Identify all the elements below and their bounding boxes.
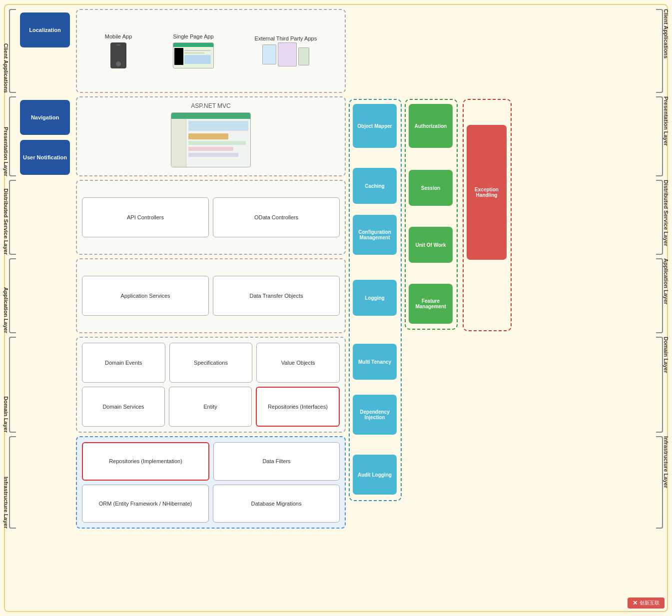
aspnet-screenshot xyxy=(171,112,251,167)
spa-label: Single Page App xyxy=(173,33,213,39)
bracket-presentation-right xyxy=(656,96,663,176)
svg-rect-5 xyxy=(188,133,228,139)
bracket-presentation-left xyxy=(9,96,16,176)
bracket-client-left xyxy=(9,9,16,93)
label-client-apps-left: Client Applications xyxy=(3,9,9,93)
orm-box: ORM (Entity Framework / NHibernate) xyxy=(82,485,209,523)
label-presentation-right: Presentation Layer xyxy=(663,96,669,176)
client-apps-container: Mobile App Single Page App xyxy=(76,9,346,93)
exception-handling-box[interactable]: Exception Handling xyxy=(467,125,507,260)
domain-container: Domain Events Specifications Value Objec… xyxy=(76,337,346,433)
svg-rect-3 xyxy=(184,55,211,64)
bracket-application-right xyxy=(656,258,663,333)
svg-rect-0 xyxy=(174,48,183,65)
app-services-box: Application Services xyxy=(82,276,209,316)
db-migrations-box: Database Migrations xyxy=(213,485,340,523)
unit-of-work-box[interactable]: Unit Of Work xyxy=(409,227,453,263)
ext-apps-item: External Third Party Apps xyxy=(255,35,317,66)
multi-tenancy-box[interactable]: Multi Tenancy xyxy=(353,344,397,380)
ext-apps-icon xyxy=(262,44,309,66)
watermark-text: 创新互联 xyxy=(640,600,660,607)
label-domain-left: Domain Layer xyxy=(3,337,9,433)
entity-box: Entity xyxy=(169,387,252,427)
svg-rect-8 xyxy=(188,153,238,157)
value-objects-box: Value Objects xyxy=(256,343,340,383)
ext-apps-label: External Third Party Apps xyxy=(255,35,317,41)
bracket-infra-left xyxy=(9,436,16,529)
bracket-client-right xyxy=(656,9,663,93)
object-mapper-box[interactable]: Object Mapper xyxy=(353,104,397,148)
presentation-container: ASP.NET MVC xyxy=(76,96,346,176)
label-distributed-right: Distributed Service Layer xyxy=(663,180,669,255)
audit-logging-box[interactable]: Audit Logging xyxy=(353,455,397,495)
label-domain-right: Domain Layer xyxy=(663,337,669,433)
authorization-box[interactable]: Authorization xyxy=(409,104,453,148)
label-application-right: Application Layer xyxy=(663,258,669,333)
infra-container: Repositories (Implementation) Data Filte… xyxy=(76,436,346,529)
logging-box[interactable]: Logging xyxy=(353,280,397,316)
svg-rect-4 xyxy=(188,121,248,131)
navigation-box[interactable]: Navigation xyxy=(20,100,70,135)
spa-icon xyxy=(173,42,214,68)
spa-item: Single Page App xyxy=(173,33,214,68)
odata-controllers-box: OData Controllers xyxy=(213,197,340,237)
mobile-app-icon xyxy=(110,42,126,68)
watermark: ✕ 创新互联 xyxy=(628,598,665,609)
repositories-impl-box: Repositories (Implementation) xyxy=(82,442,209,481)
data-transfer-box: Data Transfer Objects xyxy=(213,276,340,316)
label-infra-right: Infrastructure Layer xyxy=(663,436,669,529)
domain-services-box: Domain Services xyxy=(82,387,165,427)
label-application-left: Application Layer xyxy=(3,258,9,333)
data-filters-box: Data Filters xyxy=(213,442,340,481)
domain-events-box: Domain Events xyxy=(82,343,165,383)
caching-box[interactable]: Caching xyxy=(353,168,397,204)
config-mgmt-box[interactable]: Configuration Management xyxy=(353,215,397,255)
label-client-apps-right: Client Applications xyxy=(663,9,669,93)
bracket-distributed-right xyxy=(656,180,663,255)
localization-box[interactable]: Localization xyxy=(20,12,70,47)
aspnet-mvc-label: ASP.NET MVC xyxy=(191,102,231,109)
repositories-interfaces-box: Repositories (Interfaces) xyxy=(256,387,340,427)
label-infra-left: Infrastructure Layer xyxy=(3,436,9,529)
application-container: Application Services Data Transfer Objec… xyxy=(76,258,346,333)
session-box[interactable]: Session xyxy=(409,170,453,206)
svg-rect-6 xyxy=(188,141,246,145)
mobile-app-item: Mobile App xyxy=(105,33,132,68)
architecture-diagram: Client Applications Presentation Layer D… xyxy=(0,0,672,616)
feature-mgmt-box[interactable]: Feature Management xyxy=(409,284,453,324)
bracket-infra-right xyxy=(656,436,663,529)
distributed-container: API Controllers OData Controllers xyxy=(76,180,346,255)
bracket-application-left xyxy=(9,258,16,333)
dependency-injection-box[interactable]: Dependency Injection xyxy=(353,395,397,435)
label-distributed-left: Distributed Service Layer xyxy=(3,180,9,255)
specifications-box: Specifications xyxy=(169,343,253,383)
bracket-domain-left xyxy=(9,337,16,433)
user-notification-box[interactable]: User Notification xyxy=(20,140,70,175)
bracket-distributed-left xyxy=(9,180,16,255)
mobile-app-label: Mobile App xyxy=(105,33,132,39)
api-controllers-box: API Controllers xyxy=(82,197,209,237)
watermark-icon: ✕ xyxy=(633,600,638,607)
svg-rect-7 xyxy=(188,147,233,151)
bracket-domain-right xyxy=(656,337,663,433)
label-presentation-left: Presentation Layer xyxy=(3,96,9,176)
